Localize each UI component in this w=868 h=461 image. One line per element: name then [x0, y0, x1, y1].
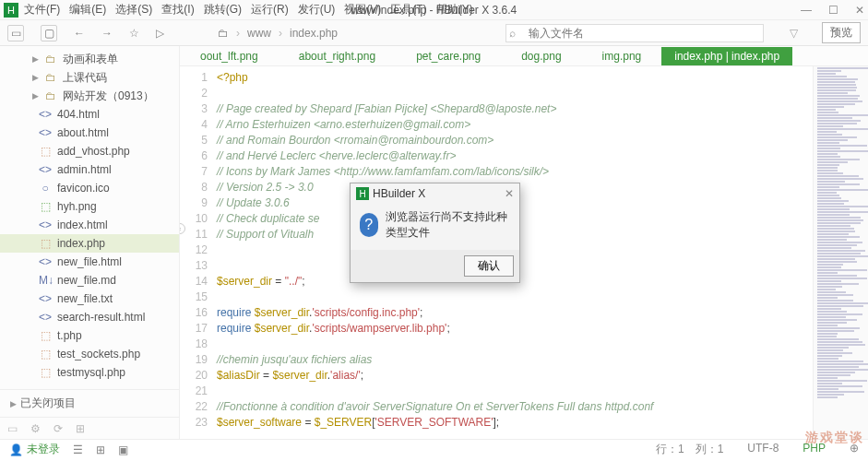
tree-file[interactable]: <>404.html — [0, 105, 179, 124]
editor-tab[interactable]: oout_lft.png — [180, 50, 279, 63]
editor-tab[interactable]: about_right.png — [279, 50, 396, 63]
breadcrumb: 🗀 › www › index.php — [218, 27, 338, 40]
tree-file[interactable]: <>index.html — [0, 216, 179, 234]
tree-file[interactable]: ⬚test_sockets.php — [0, 345, 179, 363]
editor-tab[interactable]: pet_care.png — [396, 50, 501, 63]
crumb-folder[interactable]: www — [247, 27, 271, 40]
star-icon[interactable]: ☆ — [129, 27, 139, 40]
settings-icon[interactable]: ⚙ — [30, 422, 41, 435]
folder-icon: 🗀 — [218, 27, 229, 40]
dialog-ok-button[interactable]: 确认 — [464, 255, 514, 277]
maximize-icon[interactable]: ☐ — [828, 4, 838, 17]
user-icon: 👤 — [9, 443, 23, 456]
app-icon: H — [356, 187, 369, 200]
menu-item[interactable]: 发行(U) — [298, 2, 336, 18]
encoding[interactable]: UTF-8 — [747, 442, 779, 457]
closed-projects[interactable]: ▶已关闭项目 — [0, 389, 179, 417]
tree-file[interactable]: ⬚testmysql.php — [0, 363, 179, 382]
menu-item[interactable]: 文件(F) — [24, 2, 60, 18]
title-bar: H 文件(F)编辑(E)选择(S)查找(I)跳转(G)运行(R)发行(U)视图(… — [0, 0, 868, 20]
editor-tab[interactable]: img.png — [582, 50, 662, 63]
tree-file[interactable]: ○favicon.ico — [0, 179, 179, 197]
menu-item[interactable]: 编辑(E) — [69, 2, 106, 18]
tree-folder[interactable]: ▶🗀上课代码 — [0, 68, 179, 87]
editor-tab-active[interactable]: index.php | index.php — [661, 47, 792, 65]
sidebar-footer: ▭ ⚙ ⟳ ⊞ — [0, 417, 179, 439]
dialog-title: HBuilder X — [373, 187, 425, 200]
menu-item[interactable]: 选择(S) — [115, 2, 152, 18]
tree-file[interactable]: M↓new_file.md — [0, 271, 179, 290]
terminal-icon[interactable]: ▣ — [118, 443, 128, 456]
cursor-position: 行：1 列：1 — [656, 442, 723, 457]
search-input[interactable] — [505, 24, 764, 42]
back-icon[interactable]: ← — [74, 27, 85, 40]
menu-item[interactable]: 运行(R) — [251, 2, 289, 18]
sidebar: ▶🗀动画和表单▶🗀上课代码▶🗀网站开发（0913）<>404.html<>abo… — [0, 46, 180, 439]
sync-icon[interactable]: ⟳ — [54, 422, 63, 435]
login-status[interactable]: 👤未登录 — [9, 442, 60, 457]
window-title: www/index.php - HBuilder X 3.6.4 — [351, 4, 517, 17]
dialog-close-icon[interactable]: ✕ — [505, 187, 514, 200]
split-icon[interactable]: ⊞ — [96, 443, 105, 456]
close-icon[interactable]: ✕ — [855, 4, 864, 17]
layout-icon[interactable]: ⊞ — [76, 422, 85, 435]
editor-area: oout_lft.pngabout_right.pngpet_care.pngd… — [180, 46, 868, 439]
run-icon[interactable]: ▷ — [156, 27, 164, 40]
menu-item[interactable]: 查找(I) — [161, 2, 194, 18]
filter-icon[interactable]: ▽ — [790, 27, 798, 40]
app-logo: H — [4, 3, 18, 18]
outline-icon[interactable]: ☰ — [73, 443, 83, 456]
preview-button[interactable]: 预览 — [822, 22, 861, 43]
editor-tabs: oout_lft.pngabout_right.pngpet_care.pngd… — [180, 46, 868, 66]
dialog-message: 浏览器运行尚不支持此种类型文件 — [386, 209, 510, 241]
tree-file[interactable]: ⬚index.php — [0, 234, 179, 253]
tree-file[interactable]: <>admin.html — [0, 160, 179, 179]
question-icon: ? — [360, 213, 378, 237]
tree-file[interactable]: <>about.html — [0, 124, 179, 142]
tree-file[interactable]: <>new_file.txt — [0, 290, 179, 308]
save-button[interactable]: ▢ — [41, 25, 57, 41]
file-tree: ▶🗀动画和表单▶🗀上课代码▶🗀网站开发（0913）<>404.html<>abo… — [0, 50, 179, 389]
line-gutter: 1234567891011121314151617181920212223 — [180, 66, 217, 439]
crumb-file[interactable]: index.php — [290, 27, 338, 40]
watermark: 游戏堂谈 — [805, 430, 864, 446]
toolbar: ▭ ▢ ← → ☆ ▷ 🗀 › www › index.php ⌕ ▽ 预览 — [0, 20, 868, 46]
tree-folder[interactable]: ▶🗀动画和表单 — [0, 50, 179, 68]
minimap[interactable] — [813, 66, 868, 439]
status-bar: 👤未登录 ☰ ⊞ ▣ 行：1 列：1 UTF-8 PHP ⊕ — [0, 439, 868, 459]
tree-folder[interactable]: ▶🗀网站开发（0913） — [0, 87, 179, 105]
tree-file[interactable]: <>search-result.html — [0, 308, 179, 326]
menu-item[interactable]: 跳转(G) — [204, 2, 242, 18]
tree-file[interactable]: ⬚add_vhost.php — [0, 142, 179, 160]
forward-icon[interactable]: → — [101, 27, 113, 40]
terminal-icon[interactable]: ▭ — [7, 422, 18, 435]
minimize-icon[interactable]: — — [801, 4, 812, 17]
tree-file[interactable]: ⬚t.php — [0, 326, 179, 345]
tree-file[interactable]: ⬚hyh.png — [0, 197, 179, 216]
editor-tab[interactable]: dog.png — [501, 50, 581, 63]
alert-dialog: H HBuilder X ✕ ? 浏览器运行尚不支持此种类型文件 确认 — [350, 183, 520, 283]
search-icon: ⌕ — [509, 27, 516, 40]
tree-file[interactable]: <>new_file.html — [0, 253, 179, 271]
new-file-button[interactable]: ▭ — [7, 25, 24, 41]
